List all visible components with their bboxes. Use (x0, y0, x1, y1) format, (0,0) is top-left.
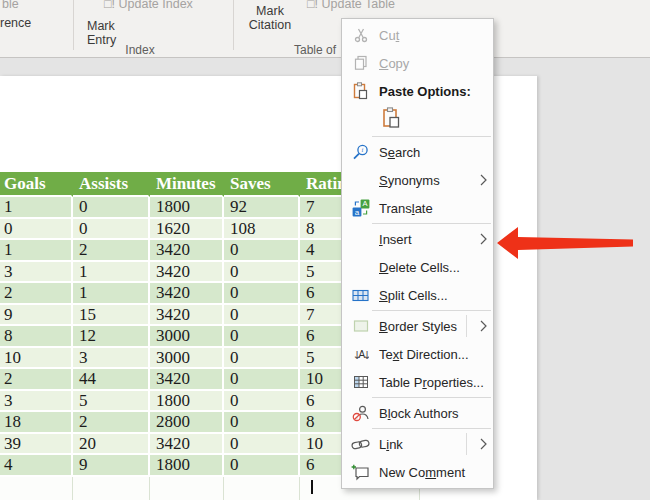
table-cell[interactable]: 3000 (150, 348, 224, 370)
table-cell[interactable]: 0 (224, 391, 300, 413)
column-header-goals[interactable]: Goals (0, 172, 73, 197)
menu-item-text-direction[interactable]: ↓A↓Text Direction... (342, 340, 493, 368)
table-cell[interactable]: 0 (224, 326, 300, 348)
table-cell[interactable]: 1 (73, 262, 150, 284)
table-cell[interactable]: 0 (224, 412, 300, 434)
menu-separator (372, 136, 491, 137)
column-header-saves[interactable]: Saves (224, 172, 300, 197)
table-cell[interactable]: 3000 (150, 326, 224, 348)
table-cell[interactable]: 1 (0, 197, 73, 219)
table-cell[interactable]: 3 (0, 262, 73, 284)
table-cell[interactable]: 0 (73, 197, 150, 219)
table-cell[interactable]: 108 (224, 219, 300, 241)
menu-item-new-comment[interactable]: New Comment (342, 458, 493, 486)
table-cell[interactable]: 1 (0, 240, 73, 262)
mark-citation-button[interactable]: Mark Citation (243, 4, 297, 32)
paste-option-button[interactable] (381, 107, 401, 133)
table-cell[interactable]: 0 (224, 455, 300, 477)
table-cell[interactable]: 1800 (150, 391, 224, 413)
menu-item-insert[interactable]: Insert (342, 225, 493, 253)
menu-item-translate[interactable]: AaTranslate (342, 194, 493, 222)
table-cell[interactable]: 5 (73, 391, 150, 413)
menu-item-synonyms[interactable]: Synonyms (342, 166, 493, 194)
table-cell[interactable]: 92 (224, 197, 300, 219)
svg-text:a: a (354, 208, 359, 217)
scissors-icon (342, 27, 374, 43)
word-window: ble rence Mark Entry □! Update Index Ind… (0, 0, 650, 500)
table-cell[interactable]: 8 (0, 326, 73, 348)
table-cell[interactable]: 1800 (150, 455, 224, 477)
menu-item-label: Search (374, 145, 420, 160)
table-cell[interactable]: 0 (224, 283, 300, 305)
table-cell[interactable]: 2800 (150, 412, 224, 434)
split-cells-icon (342, 288, 374, 303)
table-cell[interactable]: 0 (224, 262, 300, 284)
partial-cross-reference-button[interactable]: rence (0, 16, 31, 30)
copy-icon (342, 55, 374, 71)
table-cell[interactable]: 3420 (150, 305, 224, 327)
menu-item-copy[interactable]: Copy (342, 49, 493, 77)
update-index-button[interactable]: □! Update Index (104, 0, 193, 11)
table-cell[interactable]: 9 (0, 305, 73, 327)
menu-item-delete-cells[interactable]: Delete Cells... (342, 253, 493, 281)
table-cell[interactable]: 18 (0, 412, 73, 434)
partial-update-table-button[interactable]: ble (2, 0, 19, 11)
table-cell[interactable]: 3 (0, 391, 73, 413)
table-cell[interactable]: 2 (73, 412, 150, 434)
table-properties-icon (342, 374, 374, 390)
table-cell[interactable]: 0 (73, 219, 150, 241)
table-cell[interactable]: 1800 (150, 197, 224, 219)
table-cell[interactable]: 44 (73, 369, 150, 391)
table-cell[interactable]: 2 (0, 369, 73, 391)
table-cell[interactable] (0, 477, 73, 500)
menu-item-label: New Comment (374, 465, 465, 480)
table-cell[interactable]: 0 (224, 369, 300, 391)
update-index-icon: □! (104, 0, 115, 11)
table-cell[interactable]: 20 (73, 434, 150, 456)
context-menu: CutCopyPaste Options:iSearchSynonymsAaTr… (341, 18, 494, 489)
table-cell[interactable]: 3420 (150, 369, 224, 391)
table-cell[interactable]: 12 (73, 326, 150, 348)
table-cell[interactable]: 3420 (150, 283, 224, 305)
table-cell[interactable]: 0 (224, 348, 300, 370)
table-cell[interactable]: 3420 (150, 262, 224, 284)
table-cell[interactable]: 0 (0, 219, 73, 241)
table-cell[interactable]: 2 (73, 240, 150, 262)
table-cell[interactable]: 1 (73, 283, 150, 305)
table-cell[interactable]: 9 (73, 455, 150, 477)
menu-item-label: Cut (374, 28, 399, 43)
table-cell[interactable] (73, 477, 150, 500)
table-cell[interactable] (150, 477, 224, 500)
table-cell[interactable]: 1620 (150, 219, 224, 241)
menu-item-split-cells[interactable]: Split Cells... (342, 281, 493, 309)
table-cell[interactable]: 2 (0, 283, 73, 305)
svg-text:A: A (362, 199, 367, 208)
column-header-assists[interactable]: Assists (73, 172, 150, 197)
split-button-divider (466, 433, 467, 455)
update-table-button[interactable]: □! Update Table (307, 0, 395, 11)
column-header-minutes[interactable]: Minutes (150, 172, 224, 197)
clipboard-icon (342, 82, 374, 100)
table-cell[interactable]: 10 (0, 348, 73, 370)
menu-item-link[interactable]: Link (342, 430, 493, 458)
table-cell[interactable]: 0 (224, 305, 300, 327)
menu-item-table-properties[interactable]: Table Properties... (342, 368, 493, 396)
update-table-icon: □! (307, 0, 318, 11)
table-cell[interactable]: 39 (0, 434, 73, 456)
menu-item-block-authors[interactable]: Block Authors (342, 399, 493, 427)
menu-separator (372, 310, 491, 311)
table-cell[interactable]: 4 (0, 455, 73, 477)
table-cell[interactable]: 3 (73, 348, 150, 370)
table-cell[interactable]: 15 (73, 305, 150, 327)
table-cell[interactable]: 3420 (150, 240, 224, 262)
table-cell[interactable]: 3420 (150, 434, 224, 456)
submenu-chevron-icon (480, 320, 487, 332)
menu-item-search[interactable]: iSearch (342, 138, 493, 166)
table-cell[interactable] (224, 477, 300, 500)
menu-item-cut[interactable]: Cut (342, 21, 493, 49)
menu-item-border-styles[interactable]: Border Styles (342, 312, 493, 340)
table-cell[interactable]: 0 (224, 240, 300, 262)
translate-icon: Aa (342, 199, 374, 217)
menu-item-paste-options[interactable]: Paste Options: (342, 77, 493, 105)
table-cell[interactable]: 0 (224, 434, 300, 456)
